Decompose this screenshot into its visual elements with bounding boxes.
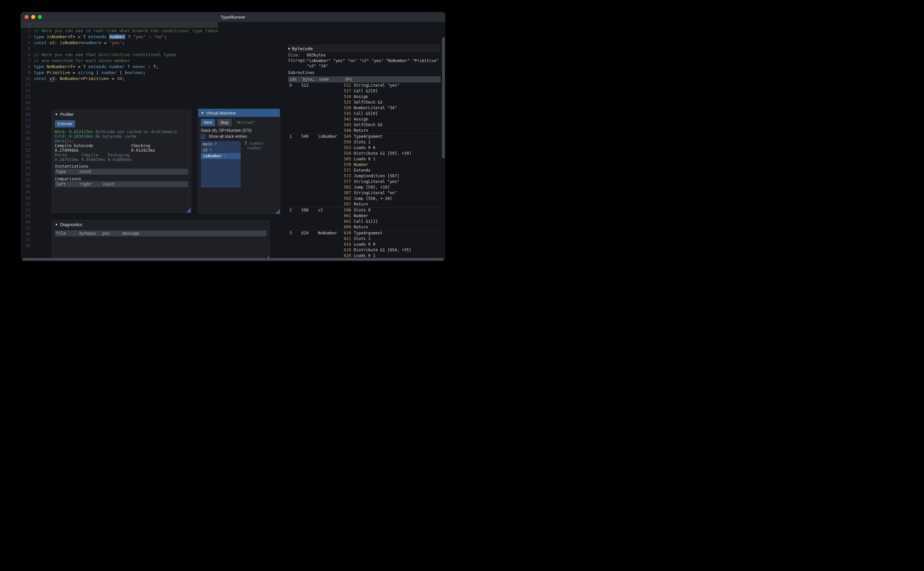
code-line[interactable]	[34, 94, 219, 100]
cold-label: Cold:	[55, 134, 67, 139]
resize-handle-icon[interactable]	[186, 208, 191, 213]
gutter: 16	[21, 111, 34, 117]
gutter: 11	[21, 82, 34, 88]
code-line[interactable]: // Here you can see in real-time what br…	[34, 28, 219, 34]
next-button[interactable]: Next	[201, 119, 215, 126]
profiler-panel[interactable]: ▼ Profiler Execute Warm: 0.012423ms Byte…	[52, 110, 191, 213]
parse-label: Parse	[55, 153, 81, 157]
details-label: Details:	[55, 139, 188, 144]
disclosure-triangle-icon[interactable]: ▼	[55, 113, 58, 116]
disclosure-triangle-icon[interactable]: ▼	[288, 47, 290, 51]
code-line[interactable]: const v2: isNumber<number> = "yes";	[34, 40, 219, 46]
resize-handle-icon[interactable]	[275, 209, 280, 214]
warm-time: 0.012423ms	[69, 130, 93, 134]
op-line[interactable]: 610TypeArgument	[344, 230, 441, 236]
code-line[interactable]	[34, 46, 219, 52]
disclosure-triangle-icon[interactable]: ▼	[201, 111, 204, 115]
op-line[interactable]: 565Loads 0 1	[344, 156, 441, 162]
op-line[interactable]: 597Return	[344, 202, 441, 207]
subroutine-row: 2598v2598Slots 0601Number602Call &1[1]60…	[288, 207, 441, 230]
gutter: 25	[21, 165, 34, 171]
code-line[interactable]: type NoNumber<T> = T extends number ? ne…	[34, 64, 219, 70]
vm-frame[interactable]: v20	[201, 147, 241, 153]
op-line[interactable]: 598Slots 0	[344, 207, 441, 213]
op-line[interactable]: 548Return	[344, 128, 441, 133]
op-line[interactable]: 571Extends	[344, 168, 441, 173]
diagnostics-panel[interactable]: ▼ Diagnostics file bytepos pos message	[52, 220, 270, 261]
subroutine-row: 0512512StringLiteral "yes"517Call &2[0]5…	[288, 82, 441, 133]
op-line[interactable]: 611Slots 1	[344, 236, 441, 242]
code-line[interactable]	[34, 22, 219, 28]
gutter: 15	[21, 106, 34, 111]
storage-label: Storage:	[288, 58, 306, 63]
stop-button[interactable]: Stop	[217, 119, 232, 126]
gutter: 36	[21, 231, 34, 237]
vm-frame[interactable]: isNumber2	[201, 153, 241, 159]
op-line[interactable]: 550Slots 1	[344, 139, 441, 145]
gutter: 6	[21, 52, 34, 58]
op-line[interactable]: 530NumberLiteral "34"	[344, 105, 441, 111]
gutter: 20	[21, 136, 34, 141]
op-line[interactable]: 614Loads 0 0	[344, 242, 441, 247]
code-line[interactable]: // are executed for each union member	[34, 58, 219, 64]
op-line[interactable]: 609Return	[344, 224, 441, 230]
op-line[interactable]: 543SelfCheck &5	[344, 122, 441, 128]
op-line[interactable]: 517Call &2[0]	[344, 88, 441, 94]
vm-panel[interactable]: ▼ Virtual Machine Next Stop *Active* Sta…	[198, 108, 280, 214]
op-line[interactable]: 602Call &1[1]	[344, 219, 441, 224]
op-line[interactable]: 592Jump [558, +-34]	[344, 196, 441, 202]
op-line[interactable]: 570Number	[344, 162, 441, 168]
op-line[interactable]: 587StringLiteral "no"	[344, 190, 441, 196]
vm-frames[interactable]: main0v20isNumber2	[201, 141, 241, 188]
op-line[interactable]: 601Number	[344, 213, 441, 219]
scrollbar-vertical[interactable]	[442, 37, 445, 158]
op-line[interactable]: 572JumpCondition [587]	[344, 173, 441, 179]
bytecode-title: Bytecode	[292, 46, 313, 51]
bytecode-header[interactable]: ▼ Bytecode	[288, 45, 441, 52]
code-line[interactable]: type isNumber<T> = T extends number ? "y…	[34, 34, 219, 40]
diagnostics-header[interactable]: ▼ Diagnostics	[52, 221, 269, 228]
op-line[interactable]: 558Distribute &1 [597, +39]	[344, 151, 441, 156]
code-line[interactable]	[34, 82, 219, 88]
gutter: 34	[21, 219, 34, 225]
op-line[interactable]: 512StringLiteral "yes"	[344, 83, 441, 88]
op-line[interactable]: 542Assign	[344, 117, 441, 122]
op-line[interactable]: 549TypeArgument	[344, 134, 441, 139]
gutter: 38	[21, 243, 34, 249]
code-line[interactable]: type Primitive = string | number | boole…	[34, 70, 219, 76]
execute-button[interactable]: Execute	[55, 120, 75, 128]
gutter: 23	[21, 153, 34, 159]
gutter: 3	[21, 34, 34, 40]
op-line[interactable]: 619Distribute &1 [654, +35]	[344, 247, 441, 253]
warm-note: Bytecode was cached on disk/memory	[95, 130, 177, 134]
subroutine-row: 3610NoNumber610TypeArgument611Slots 1614…	[288, 230, 441, 259]
profiler-header[interactable]: ▼ Profiler	[52, 110, 191, 118]
scrollbar-horizontal[interactable]	[23, 258, 444, 261]
gutter: 33	[21, 213, 34, 219]
code-line[interactable]	[34, 100, 219, 106]
profiler-body: Execute Warm: 0.012423ms Bytecode was ca…	[52, 118, 191, 189]
vm-frame[interactable]: main0	[201, 141, 241, 147]
gutter: 37	[21, 237, 34, 243]
gutter: 22	[21, 147, 34, 153]
op-line[interactable]: 577StringLiteral "yes"	[344, 179, 441, 185]
code-line[interactable]: // Here you can see that distributive co…	[34, 52, 219, 58]
op-line[interactable]: 535Call &5[0]	[344, 111, 441, 117]
op-line[interactable]: 524Assign	[344, 94, 441, 100]
gutter: 21	[21, 141, 34, 147]
code-line[interactable]: const v3: NoNumber<Primitive> = 34;	[34, 76, 219, 82]
vm-header[interactable]: ▼ Virtual Machine	[198, 109, 280, 117]
code-line[interactable]	[34, 88, 219, 94]
gutter: 27	[21, 177, 34, 183]
show-all-label: Show all stack entries	[208, 134, 247, 139]
op-line[interactable]: 582Jump [592, +10]	[344, 185, 441, 190]
diagnostics-body: file bytepos pos message	[52, 228, 269, 238]
code-line[interactable]	[34, 213, 219, 219]
window-title: TypeRunner	[21, 15, 445, 20]
op-line[interactable]: 525SelfCheck &2	[344, 100, 441, 105]
op-line[interactable]: 553Loads 0 0	[344, 145, 441, 151]
disclosure-triangle-icon[interactable]: ▼	[55, 223, 58, 227]
bytecode-panel[interactable]: ▼ Bytecode Size: 683bytes Storage: "isNu…	[288, 45, 441, 253]
instantiations-label: Instantiations	[55, 164, 188, 169]
show-all-checkbox[interactable]	[201, 134, 205, 139]
